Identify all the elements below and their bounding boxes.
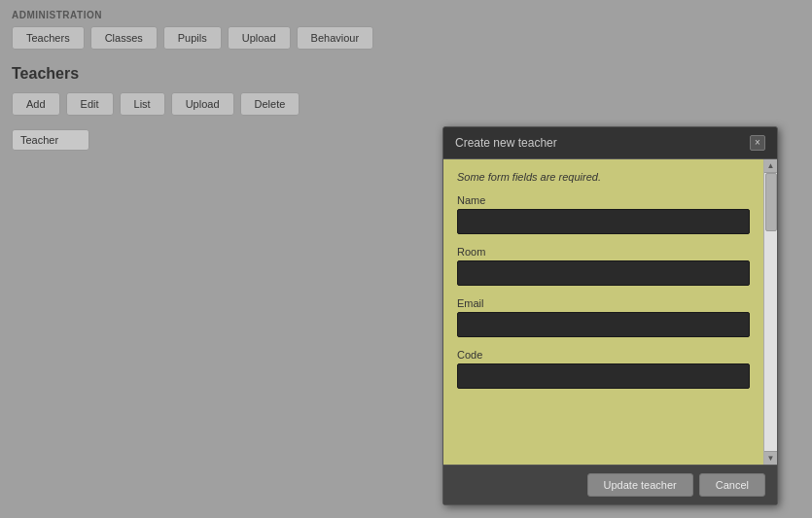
modal-body: Some form fields are required. Name Room… (443, 159, 763, 465)
modal-title: Create new teacher (455, 136, 557, 150)
code-field-group: Code (457, 349, 750, 389)
update-teacher-button[interactable]: Update teacher (587, 473, 693, 497)
modal-close-button[interactable]: × (750, 135, 765, 151)
modal-header: Create new teacher × (443, 127, 777, 159)
modal-scrollbar: ▲ ▼ (763, 159, 777, 465)
teacher-select[interactable]: Teacher (12, 129, 89, 151)
nav-btn-teachers[interactable]: Teachers (12, 26, 85, 50)
action-bar: Add Edit List Upload Delete (12, 92, 800, 116)
cancel-button[interactable]: Cancel (699, 473, 765, 497)
nav-btn-upload[interactable]: Upload (228, 26, 291, 50)
modal-scroll-area: Some form fields are required. Name Room… (443, 159, 777, 465)
admin-bar: ADMINISTRATION Teachers Classes Pupils U… (0, 0, 812, 55)
scrollbar-thumb[interactable] (765, 173, 777, 231)
nav-btn-behaviour[interactable]: Behaviour (297, 26, 374, 50)
email-input[interactable] (457, 312, 750, 337)
scrollbar-down-button[interactable]: ▼ (764, 451, 778, 465)
name-field-group: Name (457, 194, 750, 234)
scrollbar-up-button[interactable]: ▲ (764, 159, 778, 173)
modal-footer: Update teacher Cancel (443, 465, 777, 504)
create-teacher-modal: Create new teacher × Some form fields ar… (442, 126, 778, 505)
room-field-group: Room (457, 246, 750, 286)
room-input[interactable] (457, 260, 750, 286)
add-button[interactable]: Add (12, 92, 60, 116)
name-label: Name (457, 194, 750, 206)
page-background: ADMINISTRATION Teachers Classes Pupils U… (0, 0, 812, 518)
error-message: Some form fields are required. (457, 171, 750, 183)
code-label: Code (457, 349, 750, 361)
room-label: Room (457, 246, 750, 258)
section-title: Teachers (12, 65, 800, 83)
email-label: Email (457, 297, 750, 309)
scrollbar-track (764, 173, 778, 451)
email-field-group: Email (457, 297, 750, 337)
list-button[interactable]: List (120, 92, 165, 116)
admin-nav: Teachers Classes Pupils Upload Behaviour (12, 26, 800, 50)
delete-button[interactable]: Delete (240, 92, 300, 116)
upload-button[interactable]: Upload (171, 92, 234, 116)
name-input[interactable] (457, 209, 750, 234)
nav-btn-pupils[interactable]: Pupils (163, 26, 222, 50)
admin-label: ADMINISTRATION (12, 10, 800, 20)
edit-button[interactable]: Edit (66, 92, 114, 116)
code-input[interactable] (457, 363, 750, 389)
nav-btn-classes[interactable]: Classes (90, 26, 158, 50)
